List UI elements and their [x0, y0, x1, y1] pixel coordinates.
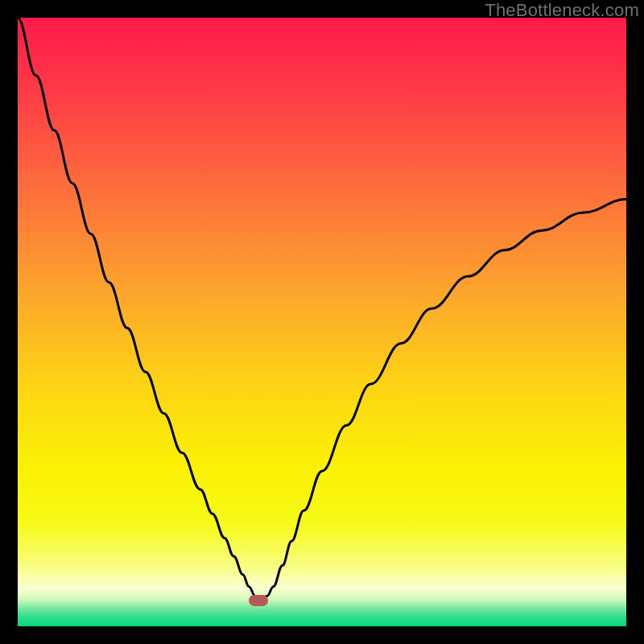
- optimal-marker: [249, 595, 268, 606]
- svg-rect-0: [18, 18, 626, 626]
- plot-area: [18, 18, 626, 626]
- chart-container: TheBottleneck.com: [0, 0, 644, 644]
